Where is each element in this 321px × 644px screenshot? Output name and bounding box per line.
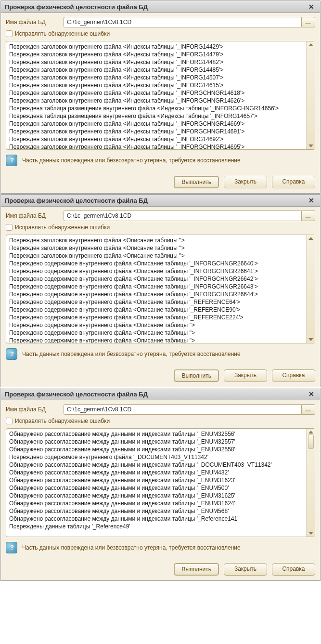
log-line: Обнаружено рассогласование между данными… [9, 492, 303, 499]
titlebar[interactable]: Проверка физической целостности файла БД… [1, 195, 320, 207]
button-row: Выполнить Закрыть Справка [6, 563, 315, 576]
scrollbar[interactable] [306, 429, 315, 537]
scroll-up-icon[interactable] [308, 431, 313, 434]
status-text: Часть данных повреждена или безвозвратно… [22, 544, 241, 551]
db-check-dialog-1: Проверка физической целостности файла БД… [0, 0, 321, 194]
path-input[interactable] [64, 210, 302, 221]
close-button[interactable]: Закрыть [224, 563, 267, 576]
fix-errors-row: Исправлять обнаруженные ошибки [6, 418, 315, 424]
browse-button[interactable]: ... [302, 404, 315, 415]
dialog-content: Имя файла БД ... Исправлять обнаруженные… [1, 13, 320, 193]
log-line: Обнаружено рассогласование между данными… [9, 507, 303, 515]
path-input[interactable] [64, 404, 302, 415]
log-line: Повреждено содержимое внутреннего файла … [9, 275, 303, 283]
titlebar[interactable]: Проверка физической целостности файла БД… [1, 1, 320, 13]
status-text: Часть данных повреждена или безвозвратно… [22, 157, 241, 164]
run-button[interactable]: Выполнить [174, 563, 219, 576]
scrollbar[interactable] [306, 235, 315, 343]
fix-errors-checkbox[interactable] [6, 30, 13, 37]
database-warning-icon [6, 155, 17, 166]
fix-errors-checkbox[interactable] [6, 224, 13, 231]
close-button[interactable]: Закрыть [224, 369, 267, 382]
log-line: Поврежден заголовок внутреннего файла <О… [9, 252, 303, 260]
help-button[interactable]: Справка [272, 176, 315, 188]
log-line: Поврежден заголовок внутреннего файла <И… [9, 89, 303, 97]
status-row: Часть данных повреждена или безвозвратно… [6, 155, 315, 166]
log-area: Обнаружено рассогласование между данными… [6, 428, 315, 537]
log-line: Поврежден заголовок внутреннего файла <И… [9, 143, 303, 149]
scroll-down-icon[interactable] [308, 532, 313, 535]
log-line: Обнаружено рассогласование между данными… [9, 476, 303, 484]
close-icon[interactable]: ✕ [307, 197, 316, 204]
log-line: Поврежден заголовок внутреннего файла <И… [9, 120, 303, 128]
log-area: Поврежден заголовок внутреннего файла <О… [6, 235, 315, 343]
log-line: Повреждена таблица размещения внутреннег… [9, 112, 303, 120]
db-check-dialog-2: Проверка физической целостности файла БД… [0, 194, 321, 387]
button-row: Выполнить Закрыть Справка [6, 176, 315, 188]
log-line: Поврежден заголовок внутреннего файла <И… [9, 97, 303, 105]
log-line: Поврежден заголовок внутреннего файла <И… [9, 58, 303, 66]
log-line: Повреждено содержимое внутреннего файла … [9, 306, 303, 314]
log-line: Повреждено содержимое внутреннего файла … [9, 267, 303, 275]
close-icon[interactable]: ✕ [307, 3, 316, 11]
log-line: Повреждено содержимое внутреннего файла … [9, 337, 303, 343]
log-line: Обнаружено рассогласование между данными… [9, 469, 303, 476]
fix-errors-label: Исправлять обнаруженные ошибки [15, 418, 110, 424]
status-row: Часть данных повреждена или безвозвратно… [6, 348, 315, 360]
button-row: Выполнить Закрыть Справка [6, 369, 315, 382]
log-line: Обнаружено рассогласование между данными… [9, 438, 303, 446]
close-icon[interactable]: ✕ [307, 390, 316, 398]
titlebar[interactable]: Проверка физической целостности файла БД… [1, 388, 320, 400]
scroll-up-icon[interactable] [308, 43, 313, 46]
filename-row: Имя файла БД ... [6, 404, 315, 415]
log-line: Поврежден заголовок внутреннего файла <О… [9, 237, 303, 244]
log-line: Повреждено содержимое внутреннего файла … [9, 329, 303, 337]
fix-errors-label: Исправлять обнаруженные ошибки [15, 224, 110, 231]
browse-button[interactable]: ... [302, 17, 315, 27]
log-line: Поврежден заголовок внутреннего файла <И… [9, 66, 303, 74]
scroll-thumb[interactable] [308, 434, 314, 449]
log-line: Обнаружено рассогласование между данными… [9, 499, 303, 507]
log-line: Поврежден заголовок внутреннего файла <И… [9, 51, 303, 58]
scroll-down-icon[interactable] [308, 145, 313, 147]
log-area: Поврежден заголовок внутреннего файла <И… [6, 41, 315, 150]
dialog-content: Имя файла БД ... Исправлять обнаруженные… [1, 400, 320, 580]
scrollbar[interactable] [306, 41, 315, 149]
path-input-group: ... [64, 404, 315, 415]
fix-errors-row: Исправлять обнаруженные ошибки [6, 224, 315, 231]
filename-row: Имя файла БД ... [6, 17, 315, 27]
log-text[interactable]: Поврежден заголовок внутреннего файла <И… [6, 41, 306, 149]
log-line: Повреждено содержимое внутреннего файла … [9, 283, 303, 290]
db-check-dialog-3: Проверка физической целостности файла БД… [0, 388, 321, 581]
log-line: Обнаружено рассогласование между данными… [9, 430, 303, 438]
fix-errors-checkbox[interactable] [6, 418, 13, 424]
database-warning-icon [6, 348, 17, 360]
browse-button[interactable]: ... [302, 210, 315, 221]
fix-errors-label: Исправлять обнаруженные ошибки [15, 30, 110, 37]
path-input-group: ... [64, 17, 315, 27]
log-line: Обнаружено рассогласование между данными… [9, 446, 303, 453]
run-button[interactable]: Выполнить [174, 369, 219, 382]
log-line: Повреждено содержимое внутреннего файла … [9, 260, 303, 267]
log-line: Повреждено содержимое внутреннего файла … [9, 290, 303, 298]
scroll-up-icon[interactable] [308, 237, 313, 240]
filename-label: Имя файла БД [6, 212, 64, 219]
status-row: Часть данных повреждена или безвозвратно… [6, 542, 315, 553]
scroll-down-icon[interactable] [308, 338, 313, 341]
log-line: Обнаружено рассогласование между данными… [9, 515, 303, 523]
fix-errors-row: Исправлять обнаруженные ошибки [6, 30, 315, 37]
log-line: Повреждено содержимое внутреннего файла … [9, 453, 303, 461]
close-button[interactable]: Закрыть [224, 176, 267, 188]
help-button[interactable]: Справка [272, 369, 315, 382]
dialog-title: Проверка физической целостности файла БД [5, 391, 148, 398]
path-input[interactable] [64, 17, 302, 27]
help-button[interactable]: Справка [272, 563, 315, 576]
log-text[interactable]: Обнаружено рассогласование между данными… [6, 429, 306, 537]
log-line: Повреждены данные таблицы '_Reference49' [9, 523, 303, 530]
log-text[interactable]: Поврежден заголовок внутреннего файла <О… [6, 235, 306, 343]
run-button[interactable]: Выполнить [174, 176, 219, 188]
log-line: Обнаружено рассогласование между данными… [9, 461, 303, 469]
filename-label: Имя файла БД [6, 406, 64, 413]
dialog-title: Проверка физической целостности файла БД [5, 3, 148, 11]
log-line: Повреждена таблица размещения внутреннег… [9, 105, 303, 112]
